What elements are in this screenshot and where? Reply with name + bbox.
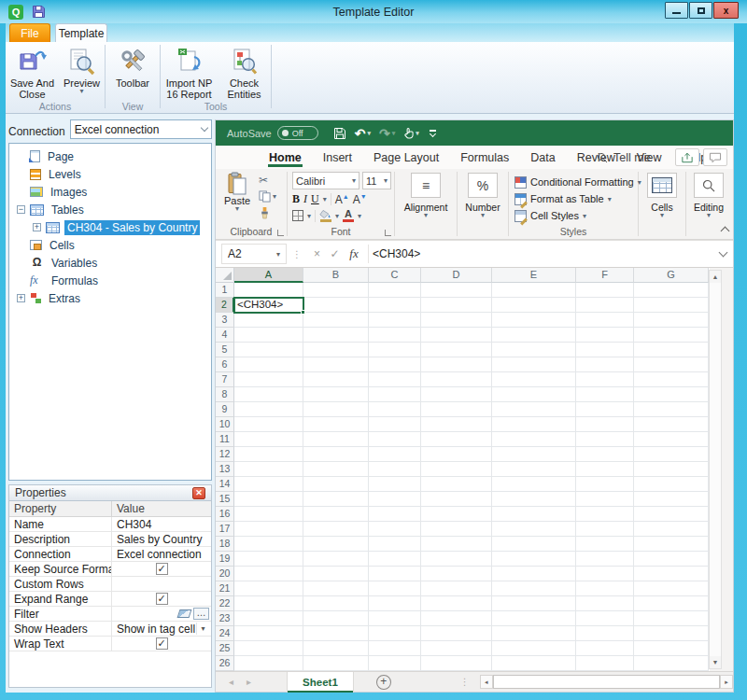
excel-tab-home[interactable]: Home	[268, 148, 303, 167]
row-header-17[interactable]: 17	[216, 522, 234, 537]
chevron-down-icon[interactable]: ▾	[367, 130, 371, 137]
excel-tab-data[interactable]: Data	[529, 148, 556, 167]
cell-C12[interactable]	[369, 447, 421, 462]
cell-D2[interactable]	[421, 298, 492, 313]
borders-icon[interactable]	[292, 210, 303, 221]
cell-A14[interactable]	[234, 477, 303, 492]
confirm-entry-button[interactable]: ✓	[326, 247, 344, 260]
row-header-11[interactable]: 11	[216, 432, 234, 447]
row-header-14[interactable]: 14	[216, 477, 234, 492]
cell-G22[interactable]	[634, 596, 709, 611]
underline-button[interactable]: U	[311, 192, 319, 206]
cell-D25[interactable]	[421, 641, 492, 656]
cell-E1[interactable]	[492, 283, 576, 298]
row-header-5[interactable]: 5	[216, 343, 234, 357]
expand-formula-bar-icon[interactable]	[719, 248, 728, 258]
cell-D18[interactable]	[421, 537, 492, 552]
properties-close-icon[interactable]: ✕	[192, 487, 205, 499]
tree-item-formulas[interactable]: fxFormulas	[9, 272, 211, 289]
cell-A20[interactable]	[234, 567, 303, 581]
cell-A17[interactable]	[234, 522, 303, 537]
column-header-A[interactable]: A	[234, 268, 303, 283]
checkbox[interactable]: ✓	[156, 563, 168, 575]
property-value[interactable]: Show in tag cell▾	[112, 622, 211, 636]
row-header-15[interactable]: 15	[216, 492, 234, 507]
cell-E4[interactable]	[492, 328, 576, 343]
cell-styles-button[interactable]: Cell Styles ▾	[514, 207, 638, 224]
cell-C14[interactable]	[369, 477, 421, 492]
cell-G6[interactable]	[634, 357, 709, 372]
cell-G3[interactable]	[634, 313, 709, 328]
scroll-up-icon[interactable]: ▲	[710, 271, 721, 283]
cell-E6[interactable]	[492, 357, 576, 372]
tree-item-page[interactable]: Page	[9, 147, 211, 165]
cell-C16[interactable]	[369, 507, 421, 522]
cell-B24[interactable]	[303, 626, 369, 641]
cell-E19[interactable]	[492, 552, 576, 567]
cell-C19[interactable]	[369, 552, 421, 567]
redo-button[interactable]: ↷▾	[379, 126, 395, 141]
checkbox[interactable]: ✓	[156, 593, 168, 605]
cell-D20[interactable]	[421, 567, 492, 581]
dropdown-arrow-icon[interactable]: ▾	[307, 214, 311, 218]
dropdown-arrow-icon[interactable]: ▾	[384, 178, 388, 183]
cell-D5[interactable]	[421, 343, 492, 357]
cell-F13[interactable]	[576, 462, 634, 477]
cell-F3[interactable]	[576, 313, 634, 328]
column-header-B[interactable]: B	[303, 268, 369, 283]
row-header-6[interactable]: 6	[216, 357, 234, 372]
row-header-18[interactable]: 18	[216, 537, 234, 552]
cell-A3[interactable]	[234, 313, 303, 328]
cell-G1[interactable]	[634, 283, 709, 298]
tree-item-extras[interactable]: +Extras	[9, 289, 211, 307]
cell-B20[interactable]	[303, 567, 369, 581]
cell-D17[interactable]	[421, 522, 492, 537]
cell-A10[interactable]	[234, 417, 303, 432]
autosave-toggle[interactable]: Off	[277, 126, 318, 140]
minimize-button[interactable]	[665, 2, 688, 19]
row-header-20[interactable]: 20	[216, 567, 234, 581]
cell-F1[interactable]	[576, 283, 634, 298]
cell-D3[interactable]	[421, 313, 492, 328]
cell-F15[interactable]	[576, 492, 634, 507]
conditional-formatting-button[interactable]: Conditional Formatting ▾	[514, 174, 638, 190]
column-header-C[interactable]: C	[369, 268, 421, 283]
cell-A11[interactable]	[234, 432, 303, 447]
cell-C20[interactable]	[369, 567, 421, 581]
cell-C7[interactable]	[369, 372, 421, 387]
cell-F18[interactable]	[576, 537, 634, 552]
paste-button[interactable]: Paste ▾	[220, 172, 254, 224]
cell-G24[interactable]	[634, 626, 709, 641]
chevron-down-icon[interactable]: ▾	[392, 130, 396, 137]
cell-C26[interactable]	[369, 656, 421, 671]
row-header-25[interactable]: 25	[216, 641, 234, 656]
cell-G4[interactable]	[634, 328, 709, 343]
cell-F20[interactable]	[576, 567, 634, 581]
cell-A6[interactable]	[234, 357, 303, 372]
cell-D14[interactable]	[421, 477, 492, 492]
italic-button[interactable]: I	[303, 192, 307, 206]
cell-G17[interactable]	[634, 522, 709, 537]
cell-C18[interactable]	[369, 537, 421, 552]
tree-item-ch304-sales-by-country[interactable]: +CH304 - Sales by Country	[9, 218, 211, 236]
sheet-tab-sheet1[interactable]: Sheet1	[287, 672, 354, 693]
dropdown-arrow-icon[interactable]: ▾	[323, 197, 327, 202]
property-value[interactable]: ✓	[112, 562, 211, 576]
tab-template[interactable]: Template	[55, 23, 107, 42]
cell-B15[interactable]	[303, 492, 369, 507]
cell-F9[interactable]	[576, 402, 634, 417]
dropdown-arrow-icon[interactable]: ▾	[196, 623, 209, 635]
cell-A22[interactable]	[234, 596, 303, 611]
cell-D4[interactable]	[421, 328, 492, 343]
cell-B19[interactable]	[303, 552, 369, 567]
cell-F14[interactable]	[576, 477, 634, 492]
property-value[interactable]: ✓	[112, 637, 211, 651]
cell-D16[interactable]	[421, 507, 492, 522]
cell-G14[interactable]	[634, 477, 709, 492]
cell-A25[interactable]	[234, 641, 303, 656]
tree-item-images[interactable]: Images	[9, 183, 211, 201]
cell-A26[interactable]	[234, 656, 303, 671]
cell-E26[interactable]	[492, 656, 576, 671]
cell-G15[interactable]	[634, 492, 709, 507]
plus-expander-icon[interactable]: +	[33, 223, 41, 231]
